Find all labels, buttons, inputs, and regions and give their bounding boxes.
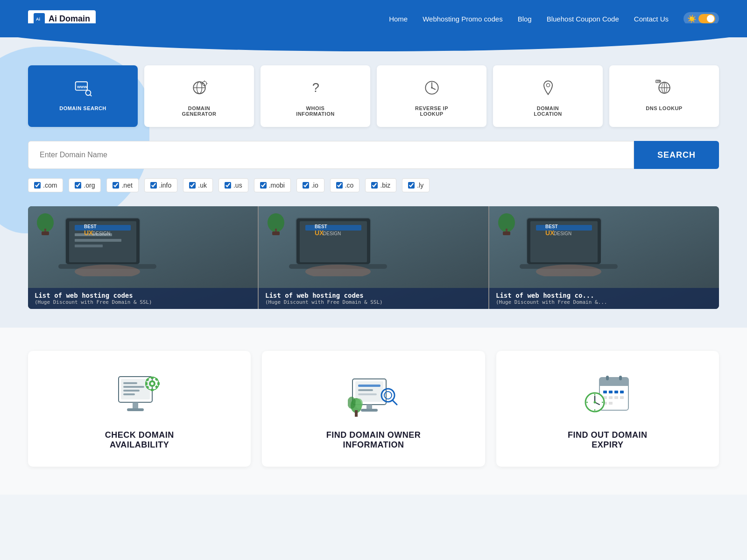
desktop-code-icon <box>114 372 165 419</box>
tool-card-whois[interactable]: ? WHOISINFORMATION <box>261 65 370 127</box>
svg-rect-33 <box>75 239 121 242</box>
tld-uk[interactable]: .uk <box>183 178 213 192</box>
banner-title-1: List of web hosting codes <box>35 292 251 299</box>
feature-title-check-domain: CHECK DOMAINAVAILABILITY <box>105 430 174 450</box>
svg-text:DNS: DNS <box>656 80 661 83</box>
svg-rect-86 <box>366 405 372 409</box>
svg-rect-75 <box>145 382 148 385</box>
svg-text:BEST: BEST <box>315 224 327 229</box>
search-row: SEARCH <box>28 141 719 169</box>
tool-card-domain-location[interactable]: DOMAINLOCATION <box>493 65 603 127</box>
svg-rect-98 <box>606 376 609 380</box>
clock-icon <box>423 78 441 100</box>
tool-card-dns-lookup[interactable]: DNS DNS LOOKUP <box>609 65 719 127</box>
svg-line-5 <box>90 95 92 97</box>
svg-rect-68 <box>133 402 138 409</box>
banner-panel-1[interactable]: BEST UX DESIGN List of web hosting codes… <box>28 206 258 309</box>
feature-icon-find-owner <box>345 370 402 421</box>
tool-card-domain-generator[interactable]: DOMAINGENERATOR <box>144 65 254 127</box>
www-search-icon: www <box>74 78 92 100</box>
svg-rect-34 <box>75 245 103 247</box>
svg-rect-31 <box>75 225 131 231</box>
theme-toggle[interactable]: ☀️ <box>684 12 719 25</box>
feature-icon-check-domain <box>112 370 168 421</box>
sun-icon: ☀️ <box>687 14 697 23</box>
svg-rect-84 <box>358 389 373 391</box>
tld-ly[interactable]: .ly <box>402 178 430 192</box>
tool-label-domain-location: DOMAINLOCATION <box>534 105 562 117</box>
banner-panel-2[interactable]: BEST UX DESIGN List of web hosting codes… <box>258 206 488 309</box>
nav-home[interactable]: Home <box>389 15 408 23</box>
svg-rect-45 <box>305 225 361 231</box>
plant-icon-3 <box>496 211 517 237</box>
svg-rect-80 <box>155 385 158 388</box>
svg-rect-76 <box>157 382 160 385</box>
svg-text:BEST: BEST <box>84 224 97 229</box>
tld-biz[interactable]: .biz <box>365 178 396 192</box>
tool-cards-row: www DOMAIN SEARCH <box>28 65 719 127</box>
svg-point-18 <box>431 87 433 89</box>
svg-point-114 <box>594 401 596 404</box>
svg-rect-74 <box>151 389 154 391</box>
tool-label-whois: WHOISINFORMATION <box>296 105 334 117</box>
banner-text-2: List of web hosting codes (Huge Discount… <box>259 288 488 309</box>
svg-point-72 <box>151 382 154 385</box>
logo-icon: Ai <box>34 13 45 24</box>
tld-info[interactable]: .info <box>144 178 177 192</box>
toggle-pill[interactable] <box>698 14 715 23</box>
banner-subtitle-1: (Huge Discount with Free Domain & SSL) <box>35 299 251 305</box>
svg-rect-102 <box>614 391 618 393</box>
nav-bluehost[interactable]: Bluehost Coupon Code <box>547 15 619 23</box>
feature-title-find-expiry: FIND OUT DOMAINEXPIRY <box>568 430 647 450</box>
svg-text:DESIGN: DESIGN <box>323 231 341 236</box>
svg-rect-106 <box>614 396 618 399</box>
calendar-clock-icon <box>582 372 633 419</box>
domain-search-input[interactable] <box>28 141 634 169</box>
logo[interactable]: Ai Ai Domain <box>28 10 96 27</box>
tld-net[interactable]: .net <box>106 178 138 192</box>
svg-rect-109 <box>609 402 613 405</box>
svg-rect-83 <box>358 385 381 387</box>
laptop-icon-2: BEST UX DESIGN <box>287 216 389 276</box>
tool-card-domain-search[interactable]: www DOMAIN SEARCH <box>28 65 138 127</box>
tld-us[interactable]: .us <box>218 178 248 192</box>
banner-panel-3[interactable]: BEST UX DESIGN List of web hosting co...… <box>488 206 719 309</box>
svg-rect-65 <box>123 386 144 388</box>
feature-card-find-expiry: FIND OUT DOMAINEXPIRY <box>496 351 719 467</box>
tld-com[interactable]: .com <box>28 178 63 192</box>
tld-io[interactable]: .io <box>296 178 324 192</box>
svg-rect-97 <box>599 382 628 386</box>
svg-rect-64 <box>123 382 137 384</box>
svg-rect-87 <box>361 409 378 412</box>
plant-icon-1 <box>35 211 56 237</box>
feature-card-check-domain: CHECK DOMAINAVAILABILITY <box>28 351 251 467</box>
nav-contact[interactable]: Contact Us <box>634 15 669 23</box>
banner-area: BEST UX DESIGN List of web hosting codes… <box>28 206 719 309</box>
tld-mobi[interactable]: .mobi <box>254 178 291 192</box>
location-icon <box>539 78 557 100</box>
tool-card-reverse-ip[interactable]: REVERSE IPLOOKUP <box>377 65 486 127</box>
svg-text:Ai: Ai <box>36 17 40 21</box>
banner-title-3: List of web hosting co... <box>496 292 712 299</box>
banner-text-1: List of web hosting codes (Huge Discount… <box>28 288 258 309</box>
search-desktop-icon <box>348 372 399 419</box>
globe-gear-icon <box>190 78 209 100</box>
svg-rect-66 <box>123 390 140 392</box>
tool-label-domain-search: DOMAIN SEARCH <box>59 105 106 111</box>
tool-label-domain-generator: DOMAINGENERATOR <box>182 105 217 117</box>
laptop-icon-1: BEST UX DESIGN <box>56 216 159 276</box>
banner-subtitle-3: (Huge Discount with Free Domain &... <box>496 299 712 305</box>
tld-org[interactable]: .org <box>69 178 101 192</box>
search-button[interactable]: SEARCH <box>634 141 719 169</box>
svg-text:www: www <box>77 84 87 89</box>
tld-co[interactable]: .co <box>330 178 360 192</box>
svg-rect-100 <box>603 391 607 393</box>
banner-subtitle-2: (Huge Discount with Free Domain & SSL) <box>265 299 482 305</box>
svg-rect-42 <box>272 231 280 235</box>
svg-point-19 <box>546 84 550 87</box>
nav-blog[interactable]: Blog <box>518 15 532 23</box>
logo-text: Ai Domain <box>49 14 90 24</box>
svg-point-90 <box>355 399 363 409</box>
plant-icon-2 <box>266 211 287 237</box>
nav-webhosting[interactable]: Webhosting Promo codes <box>423 15 502 23</box>
